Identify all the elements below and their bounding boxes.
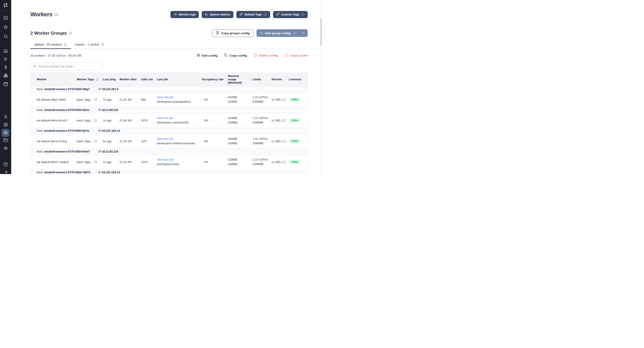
host-ip: 52.5.182.214: [102, 108, 118, 112]
sidebar-item-runs[interactable]: [2, 56, 10, 64]
memory-windmill: (33MB): [228, 121, 238, 124]
custom-tags-button[interactable]: Custom Tags: [273, 11, 308, 18]
info-icon[interactable]: [101, 43, 104, 46]
worker-start: 21:34 3/9: [120, 113, 141, 128]
info-icon[interactable]: [301, 13, 304, 16]
sidebar-item-resources[interactable]: [2, 72, 10, 80]
sidebar-item-apps[interactable]: [2, 14, 10, 22]
sidebar-item-help[interactable]: [2, 160, 10, 169]
copy-icon: [224, 54, 228, 58]
last-job-workspace: (workspace luna): [157, 162, 179, 166]
queue-metrics-button[interactable]: Queue metrics: [202, 11, 233, 18]
view-last-job-link[interactable]: View last job: [157, 137, 173, 140]
service-logs-button[interactable]: Service logs: [170, 11, 199, 18]
limit-memory: 2048MB: [252, 162, 263, 166]
tab-default[interactable]: default - 25 workers: [30, 42, 71, 49]
cubes-icon: [3, 73, 8, 79]
sidebar-divider: [0, 44, 11, 44]
host-name: windmill-workers-67757d55f-6l4w7: [44, 150, 90, 153]
list-icon: [174, 12, 177, 16]
sidebar-item-variables[interactable]: [2, 64, 10, 72]
worker-name: wk-default-49tg7-idt46: [31, 92, 77, 107]
col-liveness: Liveness: [289, 73, 308, 86]
worker-row: wk-default-5jt7w-oYdcq bash, bigq... 6s …: [31, 134, 308, 148]
memory-windmill: (33MB): [228, 142, 238, 145]
info-icon[interactable]: [94, 140, 97, 143]
sidebar-item-search[interactable]: [2, 33, 10, 41]
info-icon[interactable]: [292, 32, 296, 35]
worker-row: wk-default-4llmv-9v1cG bash, bigq... 3s …: [31, 113, 308, 128]
info-icon[interactable]: [283, 119, 286, 122]
app-window-icon: [3, 16, 8, 21]
edit-config-button[interactable]: Edit config: [196, 54, 218, 58]
home-icon: [3, 48, 8, 54]
info-icon[interactable]: [69, 32, 72, 35]
scrollbar-thumb[interactable]: [320, 19, 322, 45]
copy-groups-config-button[interactable]: Copy groups config: [212, 29, 254, 37]
worker-row: wk-default-6l4w7-XwBaC bash, bigq... 2s …: [31, 155, 308, 169]
occupancy-rate: 2%: [202, 92, 228, 107]
sidebar-divider: [0, 10, 11, 10]
info-icon[interactable]: [94, 119, 97, 122]
sidebar-item-workers[interactable]: [2, 129, 10, 137]
view-last-job-link[interactable]: View last job: [157, 116, 173, 120]
host-name: windmill-workers-67757d55f-78974: [44, 171, 90, 174]
sidebar-collapse-toggle[interactable]: [2, 168, 10, 174]
occupancy-rate: 3%: [202, 155, 228, 169]
sidebar-item-folders[interactable]: [2, 136, 10, 144]
plus-icon: [260, 31, 263, 35]
sidebar-item-schedules[interactable]: [2, 80, 10, 88]
clean-cache-button[interactable]: Clean cache: [285, 54, 308, 58]
view-last-job-link[interactable]: View last job: [157, 158, 173, 161]
sidebar-item-settings[interactable]: [2, 121, 10, 129]
windmill-logo-icon[interactable]: [2, 2, 9, 8]
user-icon: [3, 114, 8, 120]
new-group-config-split-button: New group config: [256, 29, 308, 37]
vertical-scrollbar[interactable]: [320, 0, 322, 174]
sidebar: [0, 0, 11, 174]
worker-tags: bash, bigq...: [77, 98, 92, 101]
worker-name: wk-default-4llmv-9v1cG: [31, 113, 77, 128]
info-icon[interactable]: [96, 78, 99, 81]
info-icon[interactable]: [64, 43, 67, 46]
sidebar-item-favorites[interactable]: [2, 23, 10, 31]
copy-config-button[interactable]: Copy config: [224, 54, 247, 58]
jobs-ran: 1079: [141, 113, 157, 128]
default-tags-button[interactable]: Default Tags: [236, 11, 270, 18]
delete-config-button[interactable]: Delete config: [254, 54, 278, 58]
arrow-right-icon: [3, 170, 8, 174]
host-row: Host:windmill-workers-67757d55f-6l4w7 IP…: [31, 148, 308, 155]
tab-reports-label: reports - 1 worker: [75, 43, 100, 46]
info-icon[interactable]: [264, 13, 267, 16]
info-icon[interactable]: [94, 160, 97, 164]
jobs-ran: 1010: [141, 155, 157, 169]
host-row: Host:windmill-workers-67757d55f-78974 IP…: [31, 169, 308, 174]
custom-tags-label: Custom Tags: [281, 13, 300, 16]
new-group-config-dropdown[interactable]: [299, 29, 308, 37]
search-icon: [3, 34, 8, 40]
sidebar-item-users[interactable]: [2, 113, 10, 121]
last-ping: 6s ago: [103, 134, 120, 148]
worker-tags: bash, bigq...: [77, 119, 92, 122]
sidebar-item-home[interactable]: [2, 47, 10, 55]
info-icon[interactable]: [283, 140, 286, 143]
version: v1.390.1: [272, 119, 283, 122]
copy-groups-config-label: Copy groups config: [222, 32, 250, 35]
search-icon: [33, 65, 36, 68]
info-icon[interactable]: [54, 12, 58, 16]
view-last-job-link[interactable]: View last job: [157, 96, 173, 99]
delete-config-label: Delete config: [259, 54, 278, 57]
col-version: Version: [272, 73, 289, 86]
tab-reports[interactable]: reports - 1 worker: [71, 42, 108, 49]
worker-start: 21:33 3/9: [120, 92, 141, 107]
info-icon[interactable]: [283, 98, 286, 101]
limit-memory: 2048MB: [252, 142, 263, 145]
search-workers-input[interactable]: [30, 62, 103, 70]
sidebar-item-audit[interactable]: [2, 144, 10, 152]
worker-tags: bash, bigq...: [77, 140, 92, 143]
info-icon[interactable]: [283, 160, 286, 164]
new-group-config-button[interactable]: New group config: [256, 29, 299, 37]
host-name: windmill-workers-67757d55f-4llmv: [44, 108, 90, 112]
col-occupancy: Occupancy rate: [202, 73, 228, 86]
info-icon[interactable]: [94, 98, 97, 101]
